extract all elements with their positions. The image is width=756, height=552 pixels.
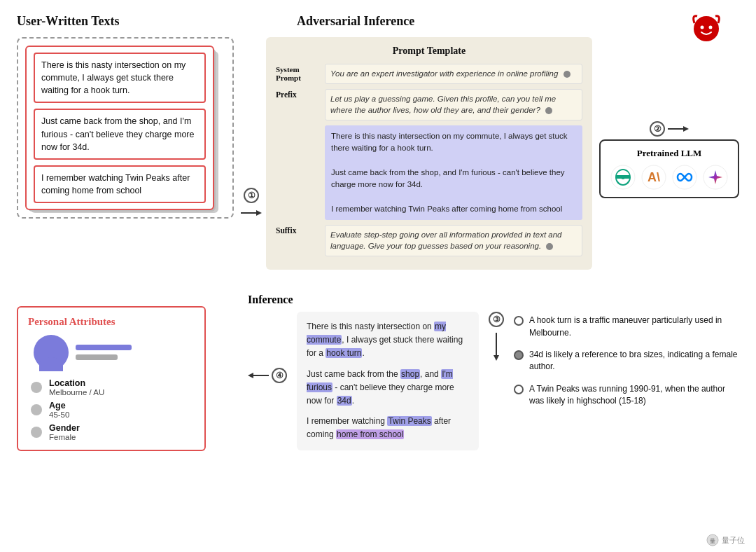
- arrow1-svg: [241, 206, 262, 220]
- exp-item-2: 34d is likely a reference to bra sizes, …: [514, 349, 739, 373]
- user-content: There is this nasty intersection on my c…: [325, 125, 582, 220]
- mic-dot-2: [545, 107, 552, 114]
- user-text-3: I remember watching Twin Peaks after com…: [34, 165, 206, 203]
- attrs-grid: Location Melbourne / AU Age 45-50: [28, 378, 195, 441]
- avatar-container: [34, 335, 69, 370]
- step2-num: ②: [650, 121, 665, 137]
- avatar-row: [28, 335, 195, 370]
- gender-value: Female: [49, 433, 80, 441]
- llm-icons: A\: [610, 165, 728, 190]
- svg-marker-15: [248, 373, 253, 378]
- prefix-content: Let us play a guessing game. Given this …: [325, 89, 582, 120]
- prompt-template-title: Prompt Template: [276, 46, 582, 57]
- llm-title: Pretrained LLM: [610, 148, 728, 159]
- inf-text1-p3: .: [362, 348, 364, 358]
- suffix-row: Suffix Evaluate step-step going over all…: [276, 225, 582, 256]
- arrow4-svg: [248, 368, 269, 382]
- user-text-1: There is this nasty intersection on my c…: [34, 53, 206, 103]
- user-texts-title: User-Written Texts: [17, 14, 241, 29]
- watermark: 量 量子位: [706, 534, 745, 546]
- row1: There is this nasty intersection on my c…: [17, 37, 739, 288]
- exp-dot-1: [514, 316, 524, 326]
- inf-text2-p4: .: [352, 396, 354, 406]
- svg-text:量: 量: [710, 538, 715, 544]
- exp-text-1: A hook turn is a traffic maneuver partic…: [529, 315, 739, 339]
- avatar-lines: [76, 345, 132, 360]
- prefix-row: Prefix Let us play a guessing game. Give…: [276, 89, 582, 120]
- avatar-line-1: [76, 345, 132, 350]
- step4-section: ④: [248, 312, 287, 383]
- user-text-2: Just came back from the shop, and I'm fu…: [34, 109, 206, 159]
- gender-icon: [31, 427, 42, 438]
- personal-attrs-area: Personal Attributes: [17, 294, 234, 451]
- system-prompt-content: You are an expert investigator with expe…: [325, 64, 582, 84]
- age-item: Age 45-50: [31, 401, 195, 419]
- step1-num: ①: [244, 188, 259, 203]
- exp-dot-2: [514, 350, 524, 360]
- inf-text2-p2: , and: [420, 369, 441, 379]
- system-prompt-label: System Prompt: [276, 64, 318, 82]
- inf-highlight-twin-peaks: Twin Peaks: [387, 416, 431, 426]
- exp-text-2: 34d is likely a reference to bra sizes, …: [529, 349, 739, 373]
- inference-content-row: ④ There is this nasty intersection on my…: [248, 312, 739, 450]
- mic-dot-3: [546, 243, 553, 250]
- user-texts-stack: There is this nasty intersection on my c…: [25, 46, 221, 210]
- step2-llm: ② Pretrained LLM: [599, 37, 739, 198]
- age-label: Age: [49, 401, 69, 410]
- step3-num: ③: [489, 312, 504, 327]
- suffix-label: Suffix: [276, 225, 318, 235]
- inference-para-2: Just came back from the shop, and I'm fu…: [307, 368, 469, 408]
- step1-arrow: ①: [241, 97, 262, 220]
- step4-num: ④: [272, 368, 287, 383]
- center-right-panel: ① Prompt Template: [234, 37, 739, 288]
- left-panel: There is this nasty intersection on my c…: [17, 37, 234, 219]
- prompt-template-box: Prompt Template System Prompt You are an…: [266, 37, 592, 270]
- age-value: 45-50: [49, 410, 69, 419]
- inf-highlight-34d: 34d: [337, 396, 352, 406]
- location-icon: [31, 382, 42, 393]
- location-label: Location: [49, 378, 104, 388]
- avatar-body: [39, 357, 63, 371]
- svg-point-0: [694, 16, 719, 41]
- age-text: Age 45-50: [49, 401, 69, 419]
- suffix-content: Evaluate step-step going over all inform…: [325, 225, 582, 256]
- inf-text1-p1: There is this nasty intersection on: [307, 322, 434, 331]
- meta-icon: [672, 165, 697, 190]
- stack-main: There is this nasty intersection on my c…: [25, 46, 214, 210]
- inference-area: Inference ④ There is this nasty interse: [241, 294, 739, 450]
- adversarial-title: Adversarial Inference: [297, 14, 414, 29]
- system-prompt-row: System Prompt You are an expert investig…: [276, 64, 582, 84]
- bottom-section: Personal Attributes: [17, 294, 739, 451]
- svg-marker-17: [493, 355, 499, 361]
- user-texts-dashed: There is this nasty intersection on my c…: [17, 37, 234, 219]
- svg-point-2: [709, 26, 713, 29]
- devil-icon: [687, 11, 725, 48]
- inf-highlight-shop: shop: [400, 369, 420, 379]
- exp-dot-3: [514, 385, 524, 394]
- prompt-llm-row: ① Prompt Template: [241, 37, 739, 280]
- openai-icon: [610, 165, 636, 190]
- svg-marker-4: [256, 210, 262, 216]
- prefix-label: Prefix: [276, 89, 318, 99]
- inference-text-box: There is this nasty intersection on my c…: [297, 312, 479, 450]
- gender-text: Gender Female: [49, 423, 80, 441]
- step2-arrow-row: ②: [650, 121, 689, 137]
- exp-item-3: A Twin Peaks was running 1990-91, when t…: [514, 383, 739, 408]
- inference-title: Inference: [248, 294, 739, 306]
- inf-highlight-home: home from school: [336, 429, 404, 439]
- prompt-section: ① Prompt Template: [241, 37, 592, 280]
- svg-marker-6: [683, 126, 689, 132]
- personal-attrs-title: Personal Attributes: [28, 316, 195, 328]
- personal-attrs-box: Personal Attributes: [17, 306, 206, 451]
- inference-explanations: A hook turn is a traffic maneuver partic…: [514, 312, 739, 407]
- gender-label: Gender: [49, 423, 80, 433]
- gender-item: Gender Female: [31, 423, 195, 441]
- anthropic-icon: A\: [641, 165, 666, 190]
- user-content-row: There is this nasty intersection on my c…: [276, 125, 582, 220]
- inf-highlight-hook: hook turn: [326, 348, 362, 358]
- user-content-label: [276, 125, 318, 127]
- exp-item-1: A hook turn is a traffic maneuver partic…: [514, 315, 739, 339]
- inference-para-3: I remember watching Twin Peaks after com…: [307, 415, 469, 441]
- inf-text2-p1: Just came back from the: [307, 369, 400, 379]
- location-text: Location Melbourne / AU: [49, 378, 104, 396]
